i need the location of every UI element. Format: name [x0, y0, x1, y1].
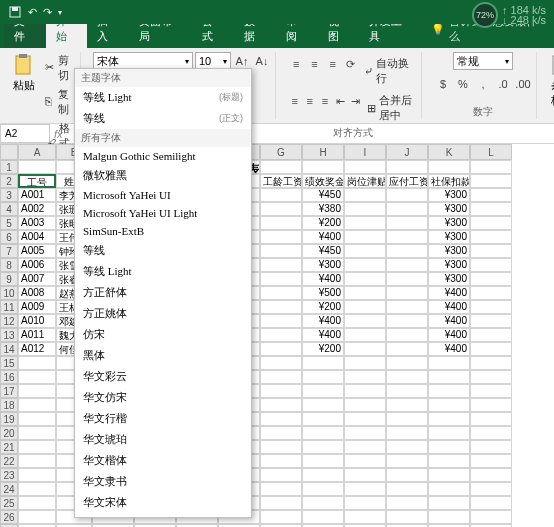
align-mid-button[interactable]: ≡: [306, 55, 322, 73]
cell[interactable]: [260, 454, 302, 468]
cell[interactable]: [386, 300, 428, 314]
cut-button[interactable]: ✂剪切: [42, 52, 76, 84]
cell[interactable]: [386, 230, 428, 244]
merge-center-button[interactable]: ⊞合并后居中: [364, 92, 417, 124]
col-header-K[interactable]: K: [428, 144, 470, 160]
cell[interactable]: [344, 426, 386, 440]
row-header-12[interactable]: 12: [0, 314, 18, 328]
orientation-button[interactable]: ⟳: [343, 55, 359, 73]
row-header-20[interactable]: 20: [0, 426, 18, 440]
cell[interactable]: [18, 426, 56, 440]
cell[interactable]: [302, 160, 344, 174]
cell[interactable]: ¥300: [428, 216, 470, 230]
cell[interactable]: [18, 510, 56, 524]
cell[interactable]: [260, 496, 302, 510]
cell[interactable]: [470, 468, 512, 482]
font-option[interactable]: 等线 Light: [75, 261, 251, 282]
cell[interactable]: [344, 244, 386, 258]
cell[interactable]: [260, 342, 302, 356]
cell[interactable]: [386, 216, 428, 230]
col-header-H[interactable]: H: [302, 144, 344, 160]
cell[interactable]: [386, 272, 428, 286]
cell[interactable]: [344, 384, 386, 398]
cell[interactable]: ¥300: [428, 258, 470, 272]
cell[interactable]: [302, 468, 344, 482]
cell[interactable]: [344, 398, 386, 412]
cell[interactable]: [260, 202, 302, 216]
font-option[interactable]: 华文宋体: [75, 492, 251, 513]
cell[interactable]: [470, 426, 512, 440]
font-option[interactable]: Microsoft YaHei UI Light: [75, 204, 251, 222]
cell[interactable]: [470, 342, 512, 356]
number-format-combo[interactable]: 常规▾: [453, 52, 513, 70]
cell[interactable]: [470, 482, 512, 496]
col-header-G[interactable]: G: [260, 144, 302, 160]
cell[interactable]: [428, 370, 470, 384]
cell[interactable]: [386, 286, 428, 300]
cell[interactable]: ¥400: [302, 230, 344, 244]
cell[interactable]: [344, 482, 386, 496]
row-header-25[interactable]: 25: [0, 496, 18, 510]
cell[interactable]: [344, 328, 386, 342]
cell[interactable]: ¥400: [302, 314, 344, 328]
col-header-J[interactable]: J: [386, 144, 428, 160]
cell[interactable]: A009: [18, 300, 56, 314]
cell[interactable]: 社保扣款: [428, 174, 470, 188]
cell[interactable]: [260, 398, 302, 412]
cell[interactable]: [470, 314, 512, 328]
cell[interactable]: [470, 370, 512, 384]
cell[interactable]: [386, 384, 428, 398]
row-header-15[interactable]: 15: [0, 356, 18, 370]
cell[interactable]: A010: [18, 314, 56, 328]
row-header-22[interactable]: 22: [0, 454, 18, 468]
comma-button[interactable]: ,: [474, 75, 492, 93]
cell[interactable]: [302, 454, 344, 468]
cell[interactable]: [470, 510, 512, 524]
cell[interactable]: [386, 496, 428, 510]
copy-button[interactable]: ⎘复制: [42, 86, 76, 118]
cell[interactable]: A002: [18, 202, 56, 216]
align-bot-button[interactable]: ≡: [325, 55, 341, 73]
cell[interactable]: [260, 230, 302, 244]
cell[interactable]: A005: [18, 244, 56, 258]
cell[interactable]: [344, 510, 386, 524]
cell[interactable]: [260, 440, 302, 454]
cell[interactable]: [302, 370, 344, 384]
col-header-I[interactable]: I: [344, 144, 386, 160]
cell[interactable]: [18, 496, 56, 510]
cell[interactable]: 工号: [18, 174, 56, 188]
cond-format-button[interactable]: 条件格式: [549, 52, 554, 125]
cell[interactable]: [470, 286, 512, 300]
select-all-corner[interactable]: [0, 144, 18, 160]
cell[interactable]: [260, 482, 302, 496]
cell[interactable]: [470, 258, 512, 272]
cell[interactable]: [18, 454, 56, 468]
cell[interactable]: A003: [18, 216, 56, 230]
cell[interactable]: A006: [18, 258, 56, 272]
cell[interactable]: [344, 188, 386, 202]
cell[interactable]: [344, 412, 386, 426]
cell[interactable]: [18, 440, 56, 454]
row-header-21[interactable]: 21: [0, 440, 18, 454]
cell[interactable]: [428, 482, 470, 496]
row-header-4[interactable]: 4: [0, 202, 18, 216]
cell[interactable]: [302, 440, 344, 454]
cell[interactable]: [428, 426, 470, 440]
cell[interactable]: [344, 160, 386, 174]
cell[interactable]: ¥400: [428, 286, 470, 300]
cell[interactable]: [260, 384, 302, 398]
row-header-23[interactable]: 23: [0, 468, 18, 482]
cell[interactable]: [386, 440, 428, 454]
font-option[interactable]: Microsoft YaHei UI: [75, 186, 251, 204]
cell[interactable]: [344, 230, 386, 244]
font-option[interactable]: 仿宋: [75, 324, 251, 345]
cell[interactable]: [302, 510, 344, 524]
row-header-17[interactable]: 17: [0, 384, 18, 398]
row-header-13[interactable]: 13: [0, 328, 18, 342]
font-option[interactable]: 华文仿宋: [75, 387, 251, 408]
cell[interactable]: [344, 356, 386, 370]
font-option[interactable]: 华文行楷: [75, 408, 251, 429]
cell[interactable]: [470, 356, 512, 370]
font-option[interactable]: 华文楷体: [75, 450, 251, 471]
cell[interactable]: [344, 286, 386, 300]
